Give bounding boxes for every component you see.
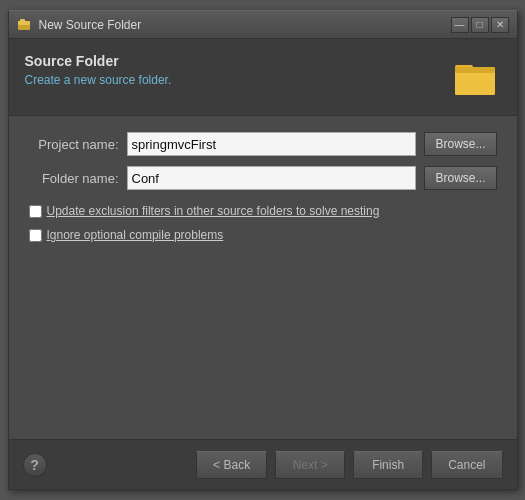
svg-rect-7 — [455, 67, 495, 73]
cancel-button[interactable]: Cancel — [431, 451, 502, 479]
folder-browse-button[interactable]: Browse... — [424, 166, 496, 190]
folder-icon — [453, 53, 501, 101]
checkbox2-row: Ignore optional compile problems — [29, 228, 497, 242]
checkbox1-row: Update exclusion filters in other source… — [29, 204, 497, 218]
header-subtitle: Create a new source folder. — [25, 73, 172, 87]
dialog-header: Source Folder Create a new source folder… — [9, 39, 517, 116]
window-title: New Source Folder — [39, 18, 445, 32]
header-text: Source Folder Create a new source folder… — [25, 53, 172, 87]
header-title: Source Folder — [25, 53, 172, 69]
folder-name-input[interactable] — [127, 166, 417, 190]
svg-rect-2 — [20, 19, 25, 22]
close-button[interactable]: ✕ — [491, 17, 509, 33]
help-button[interactable]: ? — [23, 453, 47, 477]
folder-label: Folder name: — [29, 171, 119, 186]
update-exclusion-checkbox[interactable] — [29, 205, 42, 218]
dialog-content: Project name: Browse... Folder name: Bro… — [9, 116, 517, 439]
dialog-footer: ? < Back Next > Finish Cancel — [9, 439, 517, 489]
dialog-window: New Source Folder — □ ✕ Source Folder Cr… — [8, 10, 518, 490]
window-icon — [17, 17, 33, 33]
checkbox1-label[interactable]: Update exclusion filters in other source… — [47, 204, 380, 218]
content-spacer — [29, 252, 497, 423]
project-browse-button[interactable]: Browse... — [424, 132, 496, 156]
folder-name-row: Folder name: Browse... — [29, 166, 497, 190]
project-name-input[interactable] — [127, 132, 417, 156]
title-bar: New Source Folder — □ ✕ — [9, 11, 517, 39]
minimize-button[interactable]: — — [451, 17, 469, 33]
project-label: Project name: — [29, 137, 119, 152]
finish-button[interactable]: Finish — [353, 451, 423, 479]
back-button[interactable]: < Back — [196, 451, 267, 479]
project-name-row: Project name: Browse... — [29, 132, 497, 156]
maximize-button[interactable]: □ — [471, 17, 489, 33]
window-controls: — □ ✕ — [451, 17, 509, 33]
ignore-compile-checkbox[interactable] — [29, 229, 42, 242]
checkbox2-label[interactable]: Ignore optional compile problems — [47, 228, 224, 242]
next-button[interactable]: Next > — [275, 451, 345, 479]
